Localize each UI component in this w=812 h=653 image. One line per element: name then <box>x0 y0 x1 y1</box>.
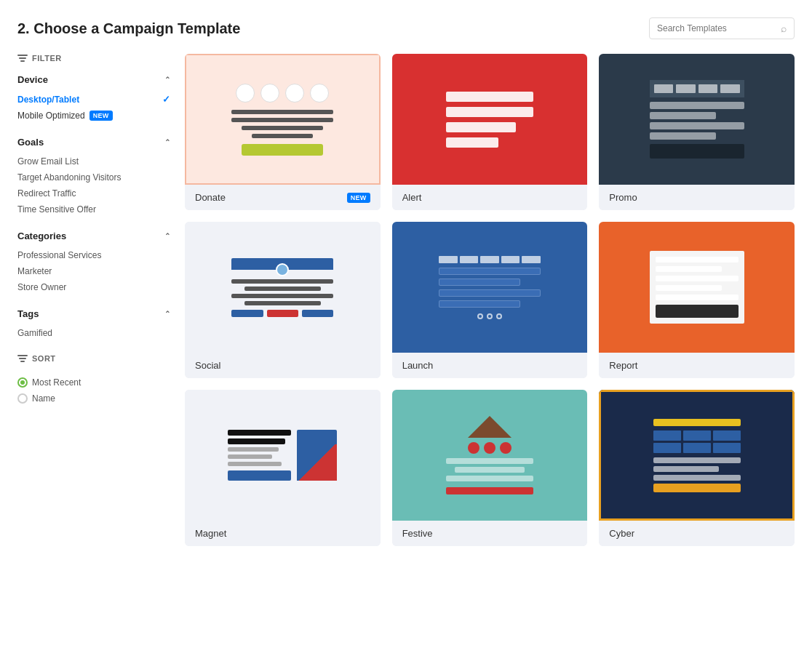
goal-item-3[interactable]: Redirect Traffic <box>17 185 170 201</box>
template-label-magnet: Magnet <box>185 521 381 546</box>
template-preview-social <box>185 222 381 353</box>
template-preview-alert <box>392 54 588 185</box>
template-card-promo[interactable]: Promo <box>599 54 795 210</box>
goals-section-title[interactable]: Goals ⌃ <box>17 137 170 148</box>
sort-header: SORT <box>17 354 170 363</box>
festive-preview-inner <box>446 416 533 494</box>
cyber-yellow-top <box>653 419 741 426</box>
social-preview-inner <box>231 258 333 317</box>
sort-name-radio[interactable] <box>17 393 28 404</box>
promo-label-text: Promo <box>609 192 637 203</box>
sort-most-recent[interactable]: Most Recent <box>17 374 170 390</box>
magnet-left <box>228 430 297 481</box>
category-item-2[interactable]: Marketer <box>17 263 170 279</box>
tags-section: Tags ⌃ Gamified <box>17 308 170 341</box>
page-title: 2. Choose a Campaign Template <box>17 20 240 37</box>
template-card-cyber[interactable]: Cyber <box>599 390 795 546</box>
sort-name-label: Name <box>32 393 55 404</box>
main-layout: FILTER Device ⌃ Desktop/Tablet ✓ Mobile … <box>17 54 795 546</box>
device-item-desktop[interactable]: Desktop/Tablet ✓ <box>17 91 170 108</box>
device-desktop-label: Desktop/Tablet <box>17 95 79 105</box>
sort-recent-label: Most Recent <box>32 377 81 388</box>
magnet-preview-inner <box>228 430 337 481</box>
sort-section: SORT Most Recent Name <box>17 354 170 406</box>
cyber-grid <box>653 430 741 453</box>
goals-section: Goals ⌃ Grow Email List Target Abandonin… <box>17 137 170 217</box>
template-card-alert[interactable]: Alert <box>392 54 588 210</box>
template-card-magnet[interactable]: Magnet <box>185 390 381 546</box>
page-header: 2. Choose a Campaign Template ⌕ <box>17 17 795 39</box>
alert-label-text: Alert <box>402 192 422 203</box>
sort-name[interactable]: Name <box>17 390 170 406</box>
template-label-alert: Alert <box>392 185 588 210</box>
goals-chevron-icon: ⌃ <box>164 138 170 146</box>
device-section-label: Device <box>17 74 48 85</box>
template-label-launch: Launch <box>392 353 588 378</box>
device-section: Device ⌃ Desktop/Tablet ✓ Mobile Optimiz… <box>17 74 170 124</box>
check-icon: ✓ <box>162 94 170 105</box>
report-label-text: Report <box>609 360 637 371</box>
launch-preview-inner <box>439 256 541 319</box>
goal-item-2[interactable]: Target Abandoning Visitors <box>17 169 170 185</box>
filter-icon <box>17 55 28 62</box>
template-label-festive: Festive <box>392 521 588 546</box>
template-label-donate: Donate NEW <box>185 185 381 210</box>
search-icon: ⌕ <box>781 23 787 34</box>
festive-circles <box>468 442 512 454</box>
page-container: 2. Choose a Campaign Template ⌕ FILTER D… <box>0 0 812 653</box>
device-chevron-icon: ⌃ <box>164 76 170 84</box>
template-card-report[interactable]: Report <box>599 222 795 378</box>
tags-section-title[interactable]: Tags ⌃ <box>17 308 170 319</box>
sort-label: SORT <box>32 354 56 363</box>
category-item-1[interactable]: Professional Services <box>17 247 170 263</box>
launch-label-text: Launch <box>402 360 434 371</box>
filter-label: FILTER <box>32 54 62 63</box>
device-item-mobile[interactable]: Mobile Optimized NEW <box>17 108 170 124</box>
template-card-social[interactable]: Social <box>185 222 381 378</box>
template-preview-magnet <box>185 390 381 521</box>
tags-chevron-icon: ⌃ <box>164 310 170 318</box>
festive-label-text: Festive <box>402 528 433 539</box>
template-label-social: Social <box>185 353 381 378</box>
alert-preview-inner <box>446 92 533 148</box>
donate-new-badge: NEW <box>347 193 370 203</box>
tags-section-label: Tags <box>17 308 39 319</box>
device-section-title[interactable]: Device ⌃ <box>17 74 170 85</box>
template-card-festive[interactable]: Festive <box>392 390 588 546</box>
template-label-cyber: Cyber <box>599 521 795 546</box>
template-preview-promo <box>599 54 795 185</box>
tag-item-1[interactable]: Gamified <box>17 325 170 341</box>
cyber-label-text: Cyber <box>609 528 634 539</box>
template-card-launch[interactable]: Launch <box>392 222 588 378</box>
cyber-preview-inner <box>653 419 741 492</box>
donate-circles <box>231 84 333 103</box>
template-card-donate[interactable]: Donate NEW <box>185 54 381 210</box>
device-mobile-left: Mobile Optimized NEW <box>17 111 113 121</box>
donate-label-text: Donate <box>195 192 226 203</box>
category-item-3[interactable]: Store Owner <box>17 279 170 295</box>
social-label-text: Social <box>195 360 220 371</box>
categories-section-title[interactable]: Categories ⌃ <box>17 231 170 241</box>
templates-grid: Donate NEW Alert <box>185 54 795 546</box>
donate-preview-inner <box>231 84 333 156</box>
content-grid: Donate NEW Alert <box>185 54 795 546</box>
sort-icon <box>17 355 28 362</box>
categories-chevron-icon: ⌃ <box>164 232 170 240</box>
cyber-orange-bar <box>653 484 741 492</box>
search-input[interactable] <box>657 23 781 33</box>
search-box[interactable]: ⌕ <box>649 17 795 39</box>
template-preview-report <box>599 222 795 353</box>
magnet-label-text: Magnet <box>195 528 226 539</box>
sidebar: FILTER Device ⌃ Desktop/Tablet ✓ Mobile … <box>17 54 170 546</box>
template-preview-donate <box>185 54 381 185</box>
goal-item-1[interactable]: Grow Email List <box>17 153 170 169</box>
festive-top <box>468 416 512 438</box>
goals-section-label: Goals <box>17 137 44 148</box>
magnet-right <box>297 430 337 481</box>
device-mobile-label: Mobile Optimized <box>17 111 85 121</box>
template-preview-festive <box>392 390 588 521</box>
template-preview-cyber <box>599 390 795 521</box>
sort-recent-radio[interactable] <box>17 377 28 388</box>
goal-item-4[interactable]: Time Sensitive Offer <box>17 201 170 217</box>
categories-section: Categories ⌃ Professional Services Marke… <box>17 231 170 295</box>
